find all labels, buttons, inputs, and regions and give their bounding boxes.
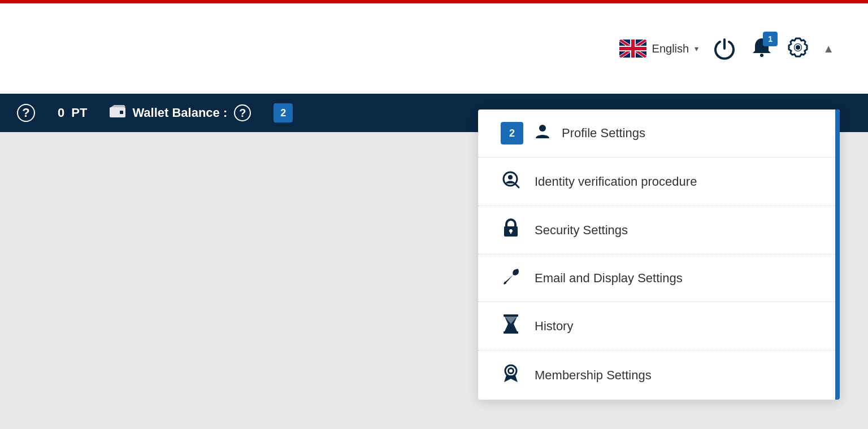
wallet-icon xyxy=(110,105,125,121)
history-label: History xyxy=(535,319,573,334)
balance-unit: PT xyxy=(71,106,87,120)
dropdown-item-email-display-settings[interactable]: Email and Display Settings xyxy=(478,255,840,302)
settings-gear-button[interactable] xyxy=(787,36,809,61)
dropdown-menu: 2 Profile Settings Identity verification… xyxy=(478,110,840,400)
svg-rect-14 xyxy=(504,331,518,334)
profile-badge: 2 xyxy=(501,122,523,145)
language-text: English xyxy=(652,42,689,55)
svg-rect-5 xyxy=(120,111,123,114)
nav-badge: 2 xyxy=(274,103,293,122)
svg-point-3 xyxy=(796,45,800,50)
power-button[interactable] xyxy=(712,36,737,61)
svg-point-6 xyxy=(539,125,546,132)
profile-settings-label: Profile Settings xyxy=(562,126,645,141)
dropdown-chevron-up-icon[interactable]: ▲ xyxy=(823,42,834,55)
membership-settings-label: Membership Settings xyxy=(535,368,652,383)
wallet-help-button[interactable]: ? xyxy=(234,104,251,121)
membership-badge-icon xyxy=(501,363,521,387)
svg-point-1 xyxy=(760,54,763,57)
main-content: 2 Profile Settings Identity verification… xyxy=(0,132,868,429)
dropdown-item-identity-verification[interactable]: Identity verification procedure xyxy=(478,157,840,206)
language-chevron-icon: ▾ xyxy=(695,44,698,53)
scrollbar[interactable] xyxy=(835,110,840,400)
notification-button[interactable]: 1 xyxy=(750,36,773,61)
nav-help-button[interactable]: ? xyxy=(17,104,35,122)
dropdown-item-history[interactable]: History xyxy=(478,302,840,351)
dropdown-item-membership-settings[interactable]: Membership Settings xyxy=(478,351,840,400)
search-person-icon xyxy=(501,170,521,193)
notification-badge: 1 xyxy=(763,32,778,46)
security-settings-label: Security Settings xyxy=(535,223,628,238)
svg-point-17 xyxy=(509,369,513,373)
flag-icon xyxy=(619,40,646,58)
balance-number: 0 xyxy=(58,106,64,120)
nav-wallet: Wallet Balance : ? xyxy=(110,104,251,121)
nav-balance: 0 PT xyxy=(58,106,87,120)
language-selector[interactable]: English ▾ xyxy=(619,40,699,58)
header: English ▾ 1 xyxy=(0,3,868,94)
wrench-icon xyxy=(501,267,521,289)
svg-point-12 xyxy=(504,282,506,284)
dropdown-item-security-settings[interactable]: Security Settings xyxy=(478,206,840,255)
svg-point-8 xyxy=(508,175,513,180)
svg-rect-13 xyxy=(504,314,518,317)
wallet-label: Wallet Balance : xyxy=(132,106,227,120)
header-controls: English ▾ 1 xyxy=(619,36,834,61)
hourglass-icon xyxy=(501,314,521,338)
email-display-settings-label: Email and Display Settings xyxy=(535,271,683,286)
person-icon xyxy=(532,122,553,145)
svg-rect-11 xyxy=(510,231,511,234)
dropdown-item-profile-settings[interactable]: 2 Profile Settings xyxy=(478,110,840,157)
identity-verification-label: Identity verification procedure xyxy=(535,174,697,189)
lock-icon xyxy=(501,218,521,242)
